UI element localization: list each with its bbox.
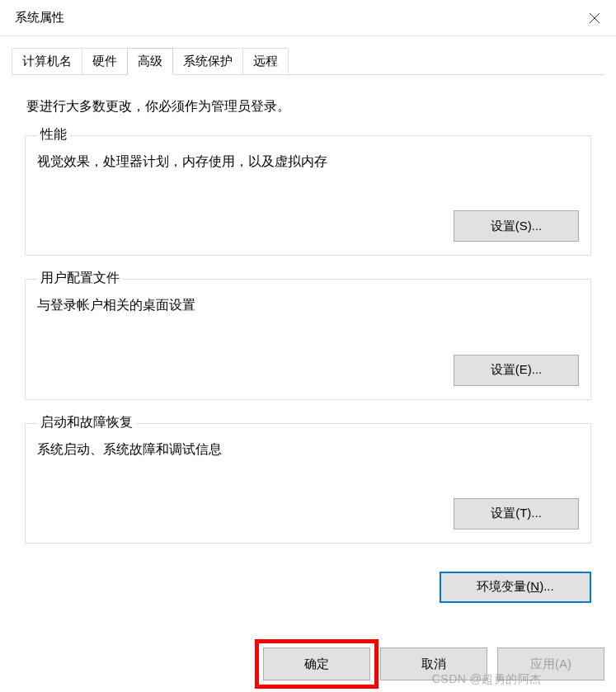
cancel-button[interactable]: 取消 <box>380 647 487 680</box>
button-label: 确定 <box>304 657 329 671</box>
group-profiles-actions: 设置(E)... <box>37 355 579 386</box>
dialog-buttons: 确定 取消 应用(A) <box>263 647 604 680</box>
group-startup-actions: 设置(T)... <box>37 498 579 530</box>
group-performance: 性能 视觉效果，处理器计划，内存使用，以及虚拟内存 设置(S)... <box>25 135 591 256</box>
button-label: 应用(A) <box>530 657 571 671</box>
startup-settings-button[interactable]: 设置(T)... <box>454 498 579 530</box>
group-startup-desc: 系统启动、系统故障和调试信息 <box>37 440 579 459</box>
group-startup-legend: 启动和故障恢复 <box>37 414 136 431</box>
performance-settings-button[interactable]: 设置(S)... <box>454 210 579 242</box>
env-row: 环境变量(N)... <box>0 572 616 603</box>
tab-hardware[interactable]: 硬件 <box>82 48 128 75</box>
group-startup: 启动和故障恢复 系统启动、系统故障和调试信息 设置(T)... <box>25 423 591 544</box>
tab-system-protection[interactable]: 系统保护 <box>172 48 243 75</box>
button-label-suffix: )... <box>539 579 554 593</box>
admin-note: 要进行大多数更改，你必须作为管理员登录。 <box>26 98 591 115</box>
group-performance-actions: 设置(S)... <box>37 210 579 242</box>
profiles-settings-button[interactable]: 设置(E)... <box>454 355 579 386</box>
button-label: 取消 <box>421 657 446 671</box>
tabs: 计算机名 硬件 高级 系统保护 远程 <box>12 48 604 75</box>
close-icon <box>589 12 600 24</box>
tab-underline <box>12 74 604 75</box>
window-title: 系统属性 <box>15 10 64 26</box>
titlebar: 系统属性 <box>0 0 616 36</box>
close-button[interactable] <box>585 8 604 28</box>
group-performance-legend: 性能 <box>37 126 70 144</box>
tab-advanced[interactable]: 高级 <box>127 48 173 75</box>
tab-remote[interactable]: 远程 <box>242 48 289 75</box>
apply-button[interactable]: 应用(A) <box>497 647 604 680</box>
tab-content: 要进行大多数更改，你必须作为管理员登录。 性能 视觉效果，处理器计划，内存使用，… <box>0 75 616 575</box>
button-label: 设置(E)... <box>491 362 543 376</box>
tab-computer-name[interactable]: 计算机名 <box>12 48 82 75</box>
button-label-prefix: 环境变量( <box>477 579 530 593</box>
group-profiles-legend: 用户配置文件 <box>37 270 123 287</box>
mnemonic: N <box>530 579 539 593</box>
button-label: 设置(T)... <box>491 506 542 520</box>
environment-variables-button[interactable]: 环境变量(N)... <box>440 572 591 603</box>
ok-button[interactable]: 确定 <box>263 647 370 680</box>
group-profiles-desc: 与登录帐户相关的桌面设置 <box>37 295 579 314</box>
tabs-container: 计算机名 硬件 高级 系统保护 远程 <box>0 36 616 75</box>
group-performance-desc: 视觉效果，处理器计划，内存使用，以及虚拟内存 <box>37 152 579 171</box>
button-label: 设置(S)... <box>491 219 543 233</box>
group-profiles: 用户配置文件 与登录帐户相关的桌面设置 设置(E)... <box>25 279 591 399</box>
